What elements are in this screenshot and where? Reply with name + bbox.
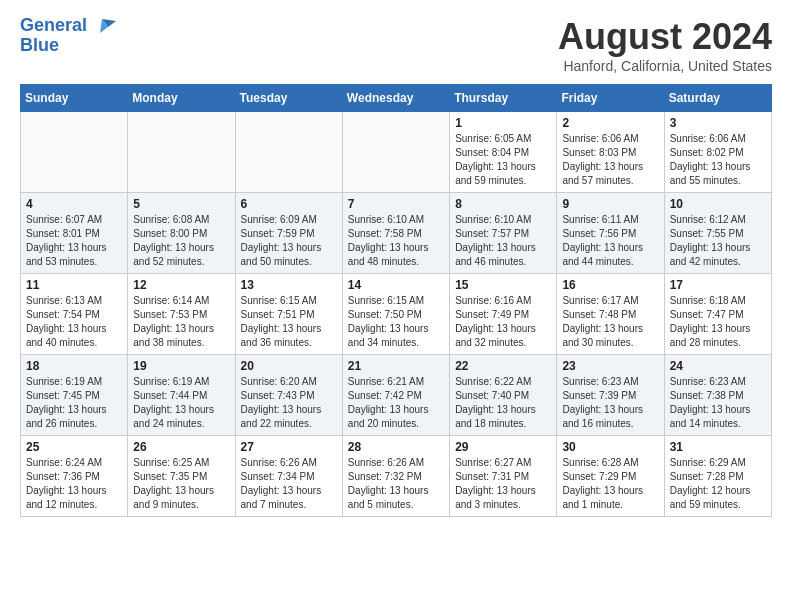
- day-cell: 20Sunrise: 6:20 AM Sunset: 7:43 PM Dayli…: [235, 355, 342, 436]
- day-cell: 22Sunrise: 6:22 AM Sunset: 7:40 PM Dayli…: [450, 355, 557, 436]
- col-header-wednesday: Wednesday: [342, 85, 449, 112]
- day-cell: 28Sunrise: 6:26 AM Sunset: 7:32 PM Dayli…: [342, 436, 449, 517]
- day-info: Sunrise: 6:05 AM Sunset: 8:04 PM Dayligh…: [455, 132, 551, 188]
- day-number: 26: [133, 440, 229, 454]
- col-header-sunday: Sunday: [21, 85, 128, 112]
- logo-bird-icon: [94, 17, 116, 35]
- day-cell: 17Sunrise: 6:18 AM Sunset: 7:47 PM Dayli…: [664, 274, 771, 355]
- day-number: 3: [670, 116, 766, 130]
- col-header-tuesday: Tuesday: [235, 85, 342, 112]
- day-number: 8: [455, 197, 551, 211]
- day-number: 9: [562, 197, 658, 211]
- col-header-saturday: Saturday: [664, 85, 771, 112]
- day-cell: 10Sunrise: 6:12 AM Sunset: 7:55 PM Dayli…: [664, 193, 771, 274]
- day-number: 6: [241, 197, 337, 211]
- week-row-3: 11Sunrise: 6:13 AM Sunset: 7:54 PM Dayli…: [21, 274, 772, 355]
- day-cell: 18Sunrise: 6:19 AM Sunset: 7:45 PM Dayli…: [21, 355, 128, 436]
- day-cell: [21, 112, 128, 193]
- day-number: 15: [455, 278, 551, 292]
- day-info: Sunrise: 6:26 AM Sunset: 7:34 PM Dayligh…: [241, 456, 337, 512]
- day-cell: [342, 112, 449, 193]
- day-info: Sunrise: 6:27 AM Sunset: 7:31 PM Dayligh…: [455, 456, 551, 512]
- day-number: 4: [26, 197, 122, 211]
- day-number: 14: [348, 278, 444, 292]
- day-number: 11: [26, 278, 122, 292]
- day-cell: 29Sunrise: 6:27 AM Sunset: 7:31 PM Dayli…: [450, 436, 557, 517]
- day-info: Sunrise: 6:18 AM Sunset: 7:47 PM Dayligh…: [670, 294, 766, 350]
- day-info: Sunrise: 6:06 AM Sunset: 8:02 PM Dayligh…: [670, 132, 766, 188]
- location-subtitle: Hanford, California, United States: [558, 58, 772, 74]
- day-number: 17: [670, 278, 766, 292]
- day-number: 7: [348, 197, 444, 211]
- day-cell: 26Sunrise: 6:25 AM Sunset: 7:35 PM Dayli…: [128, 436, 235, 517]
- day-cell: 9Sunrise: 6:11 AM Sunset: 7:56 PM Daylig…: [557, 193, 664, 274]
- day-cell: 23Sunrise: 6:23 AM Sunset: 7:39 PM Dayli…: [557, 355, 664, 436]
- day-info: Sunrise: 6:23 AM Sunset: 7:39 PM Dayligh…: [562, 375, 658, 431]
- day-info: Sunrise: 6:19 AM Sunset: 7:44 PM Dayligh…: [133, 375, 229, 431]
- day-cell: 27Sunrise: 6:26 AM Sunset: 7:34 PM Dayli…: [235, 436, 342, 517]
- day-cell: 7Sunrise: 6:10 AM Sunset: 7:58 PM Daylig…: [342, 193, 449, 274]
- logo: General Blue: [20, 16, 116, 56]
- day-info: Sunrise: 6:17 AM Sunset: 7:48 PM Dayligh…: [562, 294, 658, 350]
- day-info: Sunrise: 6:26 AM Sunset: 7:32 PM Dayligh…: [348, 456, 444, 512]
- day-info: Sunrise: 6:15 AM Sunset: 7:50 PM Dayligh…: [348, 294, 444, 350]
- day-number: 29: [455, 440, 551, 454]
- week-row-2: 4Sunrise: 6:07 AM Sunset: 8:01 PM Daylig…: [21, 193, 772, 274]
- day-number: 21: [348, 359, 444, 373]
- day-info: Sunrise: 6:13 AM Sunset: 7:54 PM Dayligh…: [26, 294, 122, 350]
- col-header-monday: Monday: [128, 85, 235, 112]
- day-info: Sunrise: 6:12 AM Sunset: 7:55 PM Dayligh…: [670, 213, 766, 269]
- title-block: August 2024 Hanford, California, United …: [558, 16, 772, 74]
- calendar-table: SundayMondayTuesdayWednesdayThursdayFrid…: [20, 84, 772, 517]
- day-cell: 15Sunrise: 6:16 AM Sunset: 7:49 PM Dayli…: [450, 274, 557, 355]
- calendar-header-row: SundayMondayTuesdayWednesdayThursdayFrid…: [21, 85, 772, 112]
- day-info: Sunrise: 6:21 AM Sunset: 7:42 PM Dayligh…: [348, 375, 444, 431]
- day-number: 19: [133, 359, 229, 373]
- day-info: Sunrise: 6:06 AM Sunset: 8:03 PM Dayligh…: [562, 132, 658, 188]
- day-info: Sunrise: 6:23 AM Sunset: 7:38 PM Dayligh…: [670, 375, 766, 431]
- page-header: General Blue August 2024 Hanford, Califo…: [20, 16, 772, 74]
- col-header-thursday: Thursday: [450, 85, 557, 112]
- day-cell: 6Sunrise: 6:09 AM Sunset: 7:59 PM Daylig…: [235, 193, 342, 274]
- day-number: 28: [348, 440, 444, 454]
- day-cell: 13Sunrise: 6:15 AM Sunset: 7:51 PM Dayli…: [235, 274, 342, 355]
- week-row-4: 18Sunrise: 6:19 AM Sunset: 7:45 PM Dayli…: [21, 355, 772, 436]
- day-info: Sunrise: 6:19 AM Sunset: 7:45 PM Dayligh…: [26, 375, 122, 431]
- day-number: 2: [562, 116, 658, 130]
- day-number: 31: [670, 440, 766, 454]
- day-cell: 11Sunrise: 6:13 AM Sunset: 7:54 PM Dayli…: [21, 274, 128, 355]
- day-info: Sunrise: 6:15 AM Sunset: 7:51 PM Dayligh…: [241, 294, 337, 350]
- day-cell: 21Sunrise: 6:21 AM Sunset: 7:42 PM Dayli…: [342, 355, 449, 436]
- day-cell: 3Sunrise: 6:06 AM Sunset: 8:02 PM Daylig…: [664, 112, 771, 193]
- day-number: 22: [455, 359, 551, 373]
- day-number: 27: [241, 440, 337, 454]
- day-cell: 8Sunrise: 6:10 AM Sunset: 7:57 PM Daylig…: [450, 193, 557, 274]
- day-info: Sunrise: 6:29 AM Sunset: 7:28 PM Dayligh…: [670, 456, 766, 512]
- day-info: Sunrise: 6:11 AM Sunset: 7:56 PM Dayligh…: [562, 213, 658, 269]
- day-info: Sunrise: 6:07 AM Sunset: 8:01 PM Dayligh…: [26, 213, 122, 269]
- day-cell: 16Sunrise: 6:17 AM Sunset: 7:48 PM Dayli…: [557, 274, 664, 355]
- day-number: 12: [133, 278, 229, 292]
- month-year-title: August 2024: [558, 16, 772, 58]
- day-info: Sunrise: 6:08 AM Sunset: 8:00 PM Dayligh…: [133, 213, 229, 269]
- week-row-5: 25Sunrise: 6:24 AM Sunset: 7:36 PM Dayli…: [21, 436, 772, 517]
- day-cell: 5Sunrise: 6:08 AM Sunset: 8:00 PM Daylig…: [128, 193, 235, 274]
- day-info: Sunrise: 6:14 AM Sunset: 7:53 PM Dayligh…: [133, 294, 229, 350]
- day-info: Sunrise: 6:09 AM Sunset: 7:59 PM Dayligh…: [241, 213, 337, 269]
- day-info: Sunrise: 6:10 AM Sunset: 7:58 PM Dayligh…: [348, 213, 444, 269]
- week-row-1: 1Sunrise: 6:05 AM Sunset: 8:04 PM Daylig…: [21, 112, 772, 193]
- day-number: 23: [562, 359, 658, 373]
- logo-text: General: [20, 16, 116, 36]
- day-number: 30: [562, 440, 658, 454]
- logo-line2: Blue: [20, 36, 116, 56]
- day-info: Sunrise: 6:25 AM Sunset: 7:35 PM Dayligh…: [133, 456, 229, 512]
- day-number: 20: [241, 359, 337, 373]
- day-info: Sunrise: 6:22 AM Sunset: 7:40 PM Dayligh…: [455, 375, 551, 431]
- day-info: Sunrise: 6:10 AM Sunset: 7:57 PM Dayligh…: [455, 213, 551, 269]
- day-number: 24: [670, 359, 766, 373]
- day-info: Sunrise: 6:16 AM Sunset: 7:49 PM Dayligh…: [455, 294, 551, 350]
- day-cell: [235, 112, 342, 193]
- day-cell: [128, 112, 235, 193]
- day-cell: 31Sunrise: 6:29 AM Sunset: 7:28 PM Dayli…: [664, 436, 771, 517]
- day-info: Sunrise: 6:24 AM Sunset: 7:36 PM Dayligh…: [26, 456, 122, 512]
